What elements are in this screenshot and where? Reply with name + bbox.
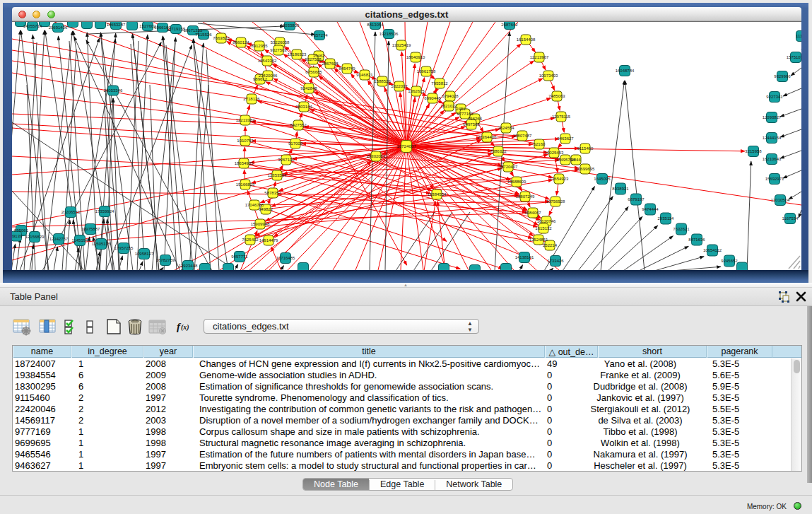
svg-text:10756928: 10756928 <box>546 199 565 204</box>
svg-text:1588520: 1588520 <box>374 79 391 83</box>
svg-text:18640910: 18640910 <box>406 55 425 59</box>
svg-text:17359924: 17359924 <box>95 209 114 214</box>
svg-text:2935114: 2935114 <box>658 216 675 221</box>
svg-text:53226058: 53226058 <box>271 40 290 45</box>
svg-text:5322037: 5322037 <box>391 84 408 88</box>
svg-text:6879197: 6879197 <box>628 197 645 201</box>
svg-text:10654112: 10654112 <box>703 248 722 252</box>
svg-text:18724007: 18724007 <box>396 144 416 148</box>
svg-text:12444154: 12444154 <box>763 136 782 140</box>
svg-text:25302013: 25302013 <box>367 154 386 158</box>
svg-text:14914479: 14914479 <box>259 238 278 243</box>
svg-text:16210643: 16210643 <box>763 157 782 161</box>
svg-text:7485063: 7485063 <box>548 94 565 98</box>
svg-text:12213383: 12213383 <box>236 118 255 122</box>
svg-text:16154408: 16154408 <box>517 37 536 42</box>
svg-text:18807249: 18807249 <box>516 194 535 199</box>
svg-text:2867608: 2867608 <box>322 62 339 66</box>
svg-text:2451: 2451 <box>456 107 466 111</box>
svg-text:12156829: 12156829 <box>25 235 45 239</box>
svg-text:13654923: 13654923 <box>550 177 569 181</box>
svg-text:9115460: 9115460 <box>577 146 594 151</box>
svg-text:16543362: 16543362 <box>258 59 277 63</box>
svg-text:12342757: 12342757 <box>49 237 69 241</box>
svg-text:16782759: 16782759 <box>156 258 175 262</box>
svg-text:5878352: 5878352 <box>264 191 281 195</box>
svg-text:2687642: 2687642 <box>501 23 518 27</box>
svg-text:19166825: 19166825 <box>236 182 255 187</box>
svg-text:1145194: 1145194 <box>72 238 89 243</box>
svg-text:1733426: 1733426 <box>547 259 564 263</box>
svg-text:9242848: 9242848 <box>300 86 317 90</box>
svg-text:10699695: 10699695 <box>576 167 595 171</box>
svg-text:15909948: 15909948 <box>251 222 270 226</box>
svg-text:9844: 9844 <box>571 158 581 162</box>
svg-text:1167534: 1167534 <box>782 216 799 221</box>
svg-text:10025453: 10025453 <box>545 151 564 155</box>
svg-text:949822: 949822 <box>259 207 273 211</box>
svg-text:12975115: 12975115 <box>552 115 571 119</box>
svg-text:62160: 62160 <box>534 142 546 146</box>
svg-text:26053346: 26053346 <box>104 88 123 93</box>
svg-text:13716485: 13716485 <box>276 256 295 260</box>
svg-text:16048784: 16048784 <box>616 69 635 73</box>
svg-text:6497568: 6497568 <box>463 122 480 127</box>
svg-text:9463627: 9463627 <box>557 136 574 141</box>
svg-text:6990448: 6990448 <box>424 96 441 100</box>
svg-text:15751074: 15751074 <box>787 55 801 59</box>
svg-text:7515526: 7515526 <box>195 33 212 37</box>
svg-text:14138141: 14138141 <box>515 255 534 259</box>
svg-text:17957255: 17957255 <box>114 246 134 250</box>
svg-text:10958127: 10958127 <box>135 252 154 256</box>
svg-text:1645095: 1645095 <box>594 177 611 181</box>
svg-text:12353594: 12353594 <box>268 173 287 177</box>
svg-text:21364436: 21364436 <box>478 135 497 139</box>
svg-text:8471636: 8471636 <box>688 238 705 242</box>
svg-text:3215958: 3215958 <box>745 149 762 153</box>
svg-text:15720407: 15720407 <box>499 165 518 169</box>
svg-text:8938921: 8938921 <box>612 187 629 191</box>
svg-text:18186323: 18186323 <box>288 52 307 57</box>
svg-text:1362615: 1362615 <box>408 89 425 93</box>
svg-text:1621022: 1621022 <box>440 104 457 108</box>
svg-text:3624554: 3624554 <box>498 126 514 130</box>
svg-text:9474444: 9474444 <box>642 207 659 211</box>
svg-text:10975887: 10975887 <box>81 227 100 231</box>
svg-text:10653287: 10653287 <box>107 23 126 27</box>
svg-text:18654985: 18654985 <box>235 161 254 165</box>
svg-text:1615132: 1615132 <box>535 226 552 230</box>
svg-text:11124: 11124 <box>796 34 801 38</box>
svg-text:16033809: 16033809 <box>281 23 300 28</box>
svg-text:835061: 835061 <box>14 228 29 233</box>
svg-text:9146821: 9146821 <box>356 73 373 77</box>
svg-text:12093827: 12093827 <box>763 115 782 119</box>
svg-text:13524851: 13524851 <box>529 238 548 242</box>
svg-text:17010504: 17010504 <box>771 198 790 202</box>
svg-text:1010753: 1010753 <box>237 139 254 143</box>
svg-text:39139: 39139 <box>12 234 23 238</box>
svg-text:8454749: 8454749 <box>339 66 355 71</box>
svg-text:9227341: 9227341 <box>766 95 783 99</box>
svg-text:16120746: 16120746 <box>537 219 556 223</box>
svg-text:12213967: 12213967 <box>530 55 549 59</box>
svg-text:14055714: 14055714 <box>23 24 42 28</box>
svg-text:23420046: 23420046 <box>259 74 278 78</box>
svg-text:13325419: 13325419 <box>392 43 411 47</box>
svg-text:3267130: 3267130 <box>278 158 295 162</box>
svg-text:10688609: 10688609 <box>507 180 526 184</box>
svg-text:2718126: 2718126 <box>243 97 260 101</box>
svg-text:7625402: 7625402 <box>242 238 259 242</box>
svg-text:19384554: 19384554 <box>428 192 447 197</box>
svg-text:252214: 252214 <box>543 243 558 247</box>
svg-text:8813054: 8813054 <box>367 23 384 27</box>
svg-text:7357274: 7357274 <box>311 33 328 37</box>
svg-text:9245652: 9245652 <box>721 259 738 263</box>
svg-text:9329966: 9329966 <box>774 74 791 78</box>
svg-text:6756685: 6756685 <box>305 70 322 74</box>
svg-text:8427552: 8427552 <box>290 123 307 127</box>
svg-text:7632621: 7632621 <box>673 227 690 231</box>
svg-text:9777169: 9777169 <box>457 112 473 116</box>
svg-text:7955812: 7955812 <box>431 81 448 86</box>
svg-text:9327508: 9327508 <box>305 57 322 62</box>
svg-text:(x): (x) <box>181 323 189 332</box>
